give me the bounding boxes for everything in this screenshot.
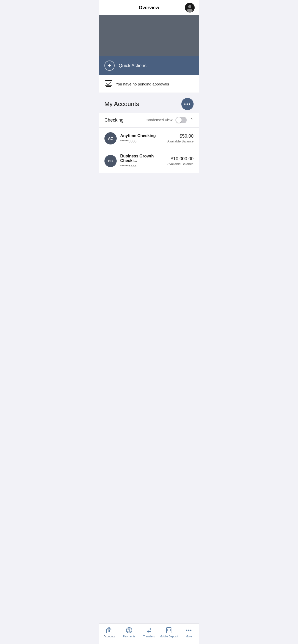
checking-collapse-button[interactable]: ⌃ [190, 117, 194, 123]
my-accounts-section: My Accounts ••• [99, 93, 199, 113]
quick-actions-button[interactable]: + Quick Actions [99, 56, 199, 75]
page-title: Overview [139, 5, 159, 10]
nav-label-payments: Payments [123, 635, 136, 638]
pending-approvals-bar: You have no pending approvals [99, 75, 199, 93]
nav-label-mobile-deposit: Mobile Deposit [160, 635, 178, 638]
checking-controls: Condensed View ⌃ [145, 117, 194, 123]
svg-rect-4 [106, 86, 111, 87]
nav-label-more: More [185, 635, 192, 638]
my-accounts-title: My Accounts [104, 100, 139, 108]
condensed-view-toggle[interactable] [175, 117, 187, 123]
svg-point-15 [186, 630, 187, 631]
banner-area [99, 15, 199, 56]
svg-point-17 [190, 630, 192, 631]
svg-text:$: $ [128, 628, 130, 632]
more-icon [185, 627, 192, 634]
accounts-container: Checking Condensed View ⌃ AC Anytime Che… [99, 113, 199, 173]
svg-rect-3 [105, 81, 112, 86]
nav-item-mobile-deposit[interactable]: Mobile Deposit [159, 626, 179, 639]
svg-rect-7 [109, 627, 110, 628]
pending-approvals-icon [104, 80, 113, 88]
checking-label: Checking [104, 118, 124, 123]
balance-label-bg: Available Balance [167, 162, 194, 166]
pending-approvals-text: You have no pending approvals [116, 82, 169, 86]
account-initials-ac: AC [108, 136, 113, 140]
my-accounts-more-button[interactable]: ••• [181, 98, 194, 110]
condensed-view-label: Condensed View [145, 118, 172, 122]
quick-actions-icon: + [104, 61, 115, 71]
account-balance-ac: $50.00 Available Balance [167, 134, 194, 143]
header: Overview [99, 0, 199, 15]
account-balance-bg: $10,000.00 Available Balance [167, 156, 194, 166]
checking-header: Checking Condensed View ⌃ [99, 113, 199, 128]
payments-icon: $ [126, 627, 133, 634]
account-name-ac: Anytime Checking [120, 134, 167, 138]
account-number-ac: ******8888 [120, 139, 167, 143]
svg-point-1 [188, 5, 191, 8]
balance-amount-bg: $10,000.00 [167, 156, 194, 162]
transfers-icon [145, 627, 153, 634]
account-item-business-growth[interactable]: BG Business Growth Checki... ******4444 … [99, 149, 199, 173]
quick-actions-label: Quick Actions [119, 63, 146, 68]
mobile-deposit-icon [165, 627, 172, 634]
nav-item-payments[interactable]: $ Payments [119, 626, 139, 639]
nav-item-more[interactable]: More [179, 626, 199, 639]
nav-label-accounts: Accounts [103, 635, 115, 638]
account-name-bg: Business Growth Checki... [120, 154, 167, 163]
accounts-icon [106, 627, 113, 634]
user-avatar[interactable] [185, 3, 195, 12]
nav-label-transfers: Transfers [143, 635, 155, 638]
svg-point-16 [188, 630, 189, 631]
account-number-bg: ******4444 [120, 164, 167, 168]
account-info-ac: Anytime Checking ******8888 [120, 134, 167, 143]
account-avatar-ac: AC [104, 132, 117, 144]
nav-item-accounts[interactable]: Accounts [99, 626, 119, 639]
balance-label-ac: Available Balance [167, 139, 194, 143]
nav-item-transfers[interactable]: Transfers [139, 626, 159, 639]
svg-point-2 [187, 9, 193, 12]
account-item-anytime-checking[interactable]: AC Anytime Checking ******8888 $50.00 Av… [99, 128, 199, 149]
bottom-navigation: Accounts $ Payments Transfers [99, 623, 199, 644]
account-initials-bg: BG [108, 159, 113, 163]
balance-amount-ac: $50.00 [167, 134, 194, 139]
svg-rect-8 [109, 630, 110, 632]
account-avatar-bg: BG [104, 155, 117, 167]
account-info-bg: Business Growth Checki... ******4444 [120, 154, 167, 168]
